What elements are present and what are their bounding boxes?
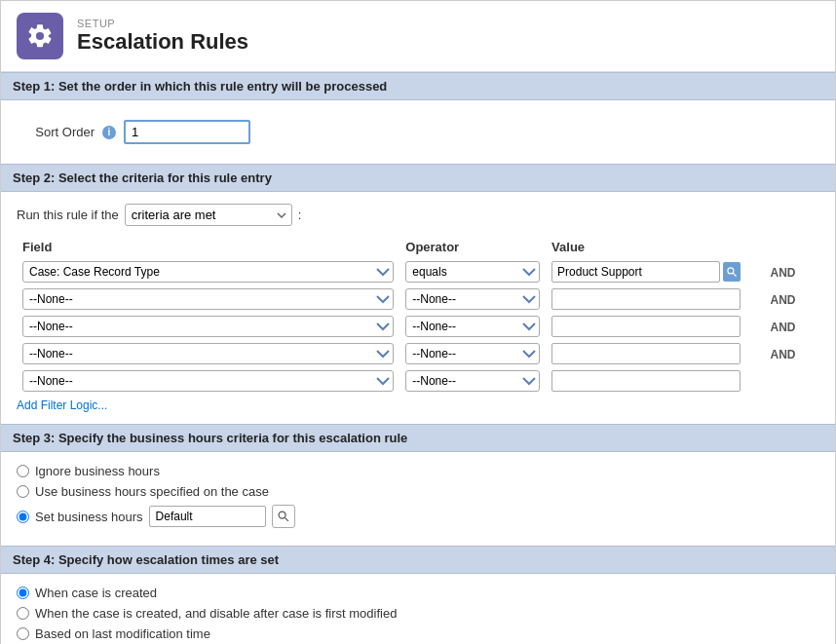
value-input-3[interactable] (551, 316, 741, 337)
step4-header: Step 4: Specify how escalation times are… (1, 546, 835, 574)
value-input-1[interactable] (551, 261, 720, 283)
table-row: --None-- --None-- AND (17, 340, 819, 367)
gear-icon (26, 22, 54, 50)
svg-point-2 (279, 511, 285, 518)
ignore-biz-hours-radio[interactable] (17, 465, 29, 477)
run-rule-label: Run this rule if the (17, 208, 119, 222)
page-title: Escalation Rules (77, 29, 248, 55)
last-modified-label: Based on last modification time (35, 626, 210, 641)
value-input-2[interactable] (551, 288, 741, 310)
step4-body: When case is created When the case is cr… (1, 574, 835, 644)
field-select-5[interactable]: --None-- (22, 370, 394, 392)
use-biz-hours-label: Use business hours specified on the case (35, 484, 269, 499)
step2-header: Step 2: Select the criteria for this rul… (1, 164, 835, 192)
and-label-1: AND (771, 266, 796, 280)
svg-point-0 (728, 268, 734, 274)
table-row: --None-- --None-- (17, 367, 819, 395)
set-biz-hours-row: Set business hours (17, 505, 819, 528)
value-input-5[interactable] (551, 370, 741, 392)
last-modified-radio[interactable] (17, 627, 29, 640)
step3-header: Step 3: Specify the business hours crite… (1, 424, 835, 452)
step3-title: Step 3: Specify the business hours crite… (13, 431, 407, 445)
when-created-modified-radio[interactable] (17, 607, 29, 620)
table-row: --None-- --None-- AND (17, 313, 819, 340)
value-input-4[interactable] (551, 343, 741, 364)
criteria-select[interactable]: criteria are met any criteria are met fo… (125, 204, 292, 226)
field-select-3[interactable]: --None-- (22, 316, 394, 337)
biz-hours-search-btn[interactable] (272, 505, 295, 528)
search-icon (277, 510, 290, 523)
sort-order-row: Sort Order i (17, 112, 819, 152)
header-icon (17, 13, 63, 59)
last-modified-row: Based on last modification time (17, 626, 819, 641)
add-filter-logic-link[interactable]: Add Filter Logic... (17, 398, 107, 412)
search-icon (726, 266, 738, 278)
biz-hours-input[interactable] (149, 506, 266, 527)
step1-header: Step 1: Set the order in which this rule… (1, 72, 835, 100)
when-created-radio[interactable] (17, 587, 29, 599)
filter-table: Field Operator Value Case: Case Record T… (17, 236, 819, 395)
ignore-biz-hours-label: Ignore business hours (35, 464, 160, 478)
sort-order-label: Sort Order (17, 125, 95, 139)
svg-line-3 (285, 517, 288, 521)
field-select-4[interactable]: --None-- (22, 343, 394, 364)
sort-order-input[interactable] (124, 120, 250, 144)
criteria-row: Run this rule if the criteria are met an… (17, 204, 819, 226)
set-biz-hours-label: Set business hours (35, 510, 143, 524)
operator-select-4[interactable]: --None-- (405, 343, 540, 364)
step4-title: Step 4: Specify how escalation times are… (13, 552, 279, 567)
step2-body: Run this rule if the criteria are met an… (1, 192, 835, 424)
when-created-modified-row: When the case is created, and disable af… (17, 606, 819, 621)
step1-body: Sort Order i (1, 100, 835, 164)
use-biz-hours-radio[interactable] (17, 485, 29, 498)
page-header: SETUP Escalation Rules (1, 1, 835, 72)
value-cell-1 (551, 261, 741, 283)
when-created-label: When case is created (35, 586, 157, 600)
set-biz-hours-radio[interactable] (17, 511, 29, 523)
colon-label: : (298, 208, 302, 222)
info-icon[interactable]: i (102, 126, 116, 139)
header-text: SETUP Escalation Rules (77, 18, 248, 55)
table-row: --None-- --None-- AND (17, 285, 819, 313)
col-header-operator: Operator (399, 236, 546, 258)
operator-select-3[interactable]: --None-- (405, 316, 540, 337)
step3-body: Ignore business hours Use business hours… (1, 452, 835, 546)
field-select-1[interactable]: Case: Case Record Type (22, 261, 394, 283)
and-label-2: AND (771, 293, 796, 307)
operator-select-5[interactable]: --None-- (405, 370, 540, 392)
step2-title: Step 2: Select the criteria for this rul… (13, 170, 272, 185)
svg-line-1 (734, 274, 737, 277)
ignore-biz-hours-row: Ignore business hours (17, 464, 819, 478)
and-label-4: AND (771, 348, 796, 361)
operator-select-2[interactable]: --None-- (405, 288, 540, 310)
when-created-modified-label: When the case is created, and disable af… (35, 606, 397, 621)
field-select-2[interactable]: --None-- (22, 288, 394, 310)
and-label-3: AND (771, 321, 796, 334)
table-row: Case: Case Record Type equals (17, 258, 819, 285)
page-container: SETUP Escalation Rules Step 1: Set the o… (0, 0, 836, 644)
col-header-field: Field (17, 236, 399, 258)
value-search-btn-1[interactable] (723, 262, 741, 282)
step1-title: Step 1: Set the order in which this rule… (13, 79, 387, 94)
use-biz-hours-row: Use business hours specified on the case (17, 484, 819, 499)
operator-select-1[interactable]: equals (405, 261, 540, 283)
col-header-value: Value (546, 236, 746, 258)
setup-label: SETUP (77, 18, 248, 29)
col-header-and (746, 236, 819, 258)
when-created-row: When case is created (17, 586, 819, 600)
